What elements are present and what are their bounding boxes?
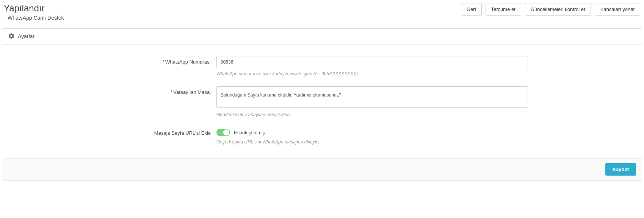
settings-panel: Ayarlar *WhatsApp Numarası WhatsApp numa… [2, 28, 642, 181]
default-message-help: Gönderilecek varsayılan mesajı girin. [216, 112, 528, 117]
default-message-control: Gönderilecek varsayılan mesajı girin. [216, 86, 536, 118]
default-message-input[interactable] [216, 86, 528, 108]
page-subtitle: WhatsApp Canlı Destek [8, 15, 64, 21]
whatsapp-number-help: WhatsApp numaranızı ülke koduyla birlikt… [216, 71, 528, 76]
panel-footer: Kaydet [2, 158, 642, 180]
whatsapp-number-input[interactable] [216, 56, 528, 68]
append-url-toggle[interactable] [216, 129, 230, 136]
gears-icon [8, 33, 15, 40]
manage-hooks-button[interactable]: Kancaları yönet [595, 3, 640, 16]
page-actions: Geri Tercüme et Güncellemeleri kontrol e… [461, 3, 640, 16]
panel-title: Ayarlar [18, 33, 34, 39]
page-title: Yapılandır [4, 3, 64, 14]
required-mark: * [163, 59, 165, 65]
required-mark: * [171, 89, 172, 95]
page-header: Yapılandır WhatsApp Canlı Destek Geri Te… [0, 0, 644, 28]
form-row-append-url: Mesaja Sayfa URL'si Ekle Etkinleştirilmi… [4, 127, 640, 145]
append-url-toggle-wrap: Etkinleştirilmiş [216, 127, 528, 136]
translate-button[interactable]: Tercüme et [486, 3, 521, 16]
whatsapp-number-label: *WhatsApp Numarası [4, 56, 216, 65]
panel-body: *WhatsApp Numarası WhatsApp numaranızı ü… [2, 45, 642, 159]
append-url-control: Etkinleştirilmiş Geçerli sayfa URL'sini … [216, 127, 536, 145]
default-message-label: *Varsayılan Mesaj [4, 86, 216, 95]
back-button[interactable]: Geri [461, 3, 482, 16]
page-title-block: Yapılandır WhatsApp Canlı Destek [4, 3, 64, 21]
check-updates-button[interactable]: Güncellemeleri kontrol et [525, 3, 591, 16]
panel-heading: Ayarlar [2, 29, 642, 45]
toggle-knob [223, 129, 229, 135]
form-row-whatsapp-number: *WhatsApp Numarası WhatsApp numaranızı ü… [4, 56, 640, 76]
save-button[interactable]: Kaydet [605, 163, 636, 176]
append-url-help: Geçerli sayfa URL'sini WhatsApp mesajına… [216, 139, 528, 145]
append-url-status: Etkinleştirilmiş [234, 130, 265, 135]
append-url-label: Mesaja Sayfa URL'si Ekle [4, 127, 216, 136]
whatsapp-number-control: WhatsApp numaranızı ülke koduyla birlikt… [216, 56, 536, 76]
form-row-default-message: *Varsayılan Mesaj Gönderilecek varsayıla… [4, 86, 640, 118]
